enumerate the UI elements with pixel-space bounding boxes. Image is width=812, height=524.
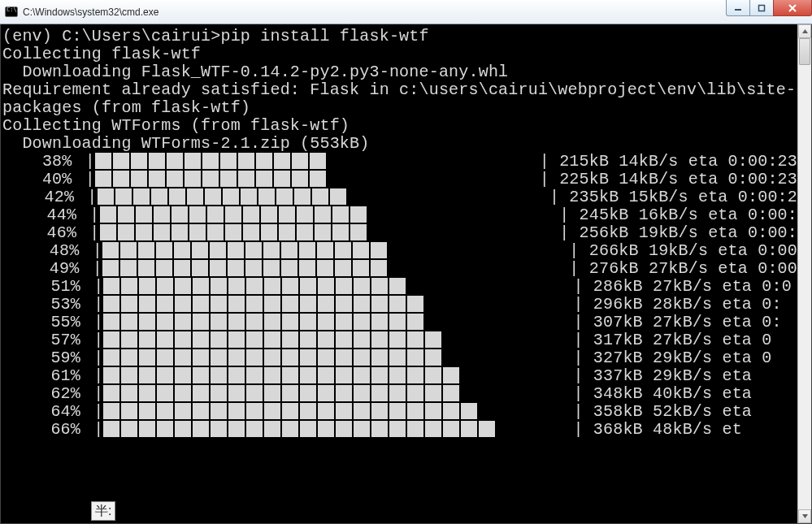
- progress-bar: [98, 188, 348, 206]
- progress-bar: [103, 331, 443, 349]
- terminal-line: Requirement already satisfied: Flask in …: [2, 81, 797, 99]
- progress-info: | 358kB 52kB/s eta: [568, 403, 752, 421]
- progress-bar: [103, 421, 497, 439]
- progress-bar: [102, 260, 389, 278]
- svg-rect-1: [759, 5, 765, 11]
- progress-percent: 42%: [2, 188, 77, 206]
- window-controls: [727, 0, 812, 16]
- progress-row: 40% || 225kB 14kB/s eta 0:00:23: [2, 171, 797, 188]
- vertical-scrollbar[interactable]: [797, 24, 811, 523]
- progress-percent: 62%: [2, 385, 84, 403]
- progress-bar: [102, 242, 389, 260]
- progress-bar: [100, 224, 368, 242]
- progress-percent: 57%: [2, 331, 84, 349]
- terminal-line: (env) C:\Users\cairui>pip install flask-…: [2, 28, 797, 45]
- progress-bar: [103, 349, 443, 367]
- progress-percent: 40%: [2, 171, 76, 188]
- progress-percent: 53%: [2, 296, 84, 314]
- progress-info: | 286kB 27kB/s eta 0:0: [568, 278, 791, 296]
- progress-row: 49% || 276kB 27kB/s eta 0:00: [2, 260, 797, 278]
- progress-percent: 46%: [2, 224, 80, 242]
- progress-percent: 61%: [2, 367, 84, 385]
- progress-info: | 225kB 14kB/s eta 0:00:23: [535, 171, 797, 188]
- progress-percent: 55%: [2, 314, 84, 331]
- progress-info: | 256kB 19kB/s eta 0:00:: [554, 224, 797, 242]
- titlebar[interactable]: C:\Windows\system32\cmd.exe: [0, 0, 812, 24]
- progress-info: | 276kB 27kB/s eta 0:00: [564, 260, 797, 278]
- terminal-output[interactable]: (env) C:\Users\cairui>pip install flask-…: [1, 24, 797, 523]
- progress-info: | 337kB 29kB/s eta: [568, 367, 762, 385]
- window-title: C:\Windows\system32\cmd.exe: [23, 6, 158, 18]
- progress-info: | 317kB 27kB/s eta 0: [568, 331, 771, 349]
- progress-row: 66% || 368kB 48kB/s et: [2, 421, 797, 439]
- progress-bar: [100, 206, 368, 224]
- scroll-up-button[interactable]: [798, 24, 811, 38]
- progress-info: | 235kB 15kB/s eta 0:00:2: [545, 188, 797, 206]
- minimize-button[interactable]: [726, 0, 750, 16]
- progress-percent: 38%: [2, 153, 76, 171]
- progress-bar: [103, 278, 407, 296]
- progress-bar: [95, 153, 328, 171]
- progress-bar: [103, 296, 425, 314]
- progress-info: | 245kB 16kB/s eta 0:00:: [554, 206, 797, 224]
- progress-bar: [103, 385, 461, 403]
- progress-row: 46% || 256kB 19kB/s eta 0:00:: [2, 224, 797, 242]
- progress-row: 64% || 358kB 52kB/s eta: [2, 403, 797, 421]
- progress-percent: 59%: [2, 349, 84, 367]
- close-button[interactable]: [773, 0, 812, 16]
- terminal-line: Downloading WTForms-2.1.zip (553kB): [2, 135, 797, 153]
- progress-info: | 327kB 29kB/s eta 0: [568, 349, 771, 367]
- progress-row: 51% || 286kB 27kB/s eta 0:0: [2, 278, 797, 296]
- progress-row: 42% || 235kB 15kB/s eta 0:00:2: [2, 188, 797, 206]
- terminal-line: Downloading Flask_WTF-0.14.2-py2.py3-non…: [2, 63, 797, 81]
- cmd-icon: [5, 6, 18, 17]
- progress-row: 38% || 215kB 14kB/s eta 0:00:23: [2, 153, 797, 171]
- progress-info: | 368kB 48kB/s et: [568, 421, 741, 439]
- progress-percent: 44%: [2, 206, 80, 224]
- progress-row: 55% || 307kB 27kB/s eta 0:: [2, 314, 797, 331]
- terminal-line: packages (from flask-wtf): [2, 99, 797, 117]
- ime-composition[interactable]: 半:: [91, 501, 115, 521]
- progress-row: 61% || 337kB 29kB/s eta: [2, 367, 797, 385]
- progress-info: | 307kB 27kB/s eta 0:: [568, 314, 781, 331]
- progress-percent: 48%: [2, 242, 82, 260]
- progress-info: | 266kB 19kB/s eta 0:00: [564, 242, 797, 260]
- progress-row: 59% || 327kB 29kB/s eta 0: [2, 349, 797, 367]
- progress-row: 44% || 245kB 16kB/s eta 0:00:: [2, 206, 797, 224]
- progress-bar: [103, 403, 479, 421]
- progress-info: | 215kB 14kB/s eta 0:00:23: [535, 153, 797, 171]
- progress-bar: [95, 171, 328, 188]
- progress-bar: [103, 314, 425, 331]
- progress-row: 62% || 348kB 40kB/s eta: [2, 385, 797, 403]
- progress-info: | 348kB 40kB/s eta: [568, 385, 762, 403]
- progress-percent: 49%: [2, 260, 82, 278]
- progress-info: | 296kB 28kB/s eta 0:: [568, 296, 781, 314]
- progress-row: 48% || 266kB 19kB/s eta 0:00: [2, 242, 797, 260]
- terminal-area: (env) C:\Users\cairui>pip install flask-…: [0, 24, 812, 524]
- scroll-down-button[interactable]: [798, 509, 811, 523]
- scroll-track[interactable]: [798, 38, 811, 509]
- progress-row: 57% || 317kB 27kB/s eta 0: [2, 331, 797, 349]
- scroll-thumb[interactable]: [799, 38, 810, 65]
- terminal-line: Collecting flask-wtf: [2, 45, 797, 63]
- cmd-window: C:\Windows\system32\cmd.exe (env) C:\Use…: [0, 0, 812, 524]
- progress-percent: 66%: [2, 421, 84, 439]
- terminal-line: Collecting WTForms (from flask-wtf): [2, 117, 797, 135]
- progress-row: 53% || 296kB 28kB/s eta 0:: [2, 296, 797, 314]
- progress-percent: 51%: [2, 278, 84, 296]
- progress-percent: 64%: [2, 403, 84, 421]
- maximize-button[interactable]: [749, 0, 774, 16]
- progress-bar: [103, 367, 461, 385]
